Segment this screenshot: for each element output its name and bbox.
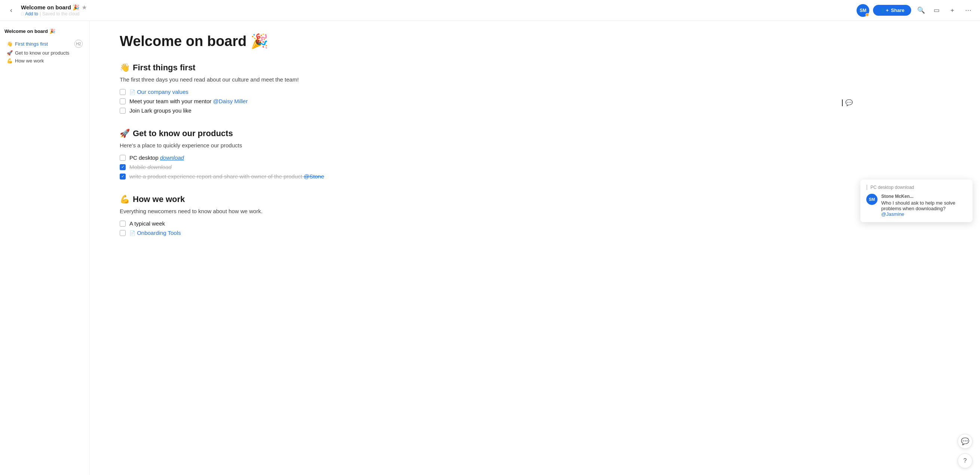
checkbox-2-1[interactable] [120,155,126,161]
checklist-text-1-3: Join Lark groups you like [129,107,191,114]
checklist-text-2-2: Mobile download [129,164,172,170]
comment-text: Who I should ask to help me solve proble… [881,200,955,211]
comment-avatar: SM [866,194,878,205]
checkbox-3-1[interactable] [120,221,126,227]
share-button[interactable]: 👤+ Share [873,5,911,16]
doc-title-area: Welcome on board 🎉 ★ □ Add to | Saved to… [21,4,87,16]
checklist-item: PC desktop download [120,153,382,162]
doc-title-sub: □ Add to | Saved to the cloud [21,11,87,16]
page-title: Welcome on board 🎉 [120,33,382,49]
section-how-we-work: 💪 How we work Everything newcomers need … [120,194,382,237]
section-title-2: Get to know our products [133,129,233,138]
main-content: Welcome on board 🎉 👋 First things first … [90,21,412,475]
star-icon[interactable]: ★ [82,5,87,11]
comment-body: SM Stone McKen... Who I should ask to he… [866,194,967,217]
checklist-2: PC desktop download ✓ Mobile download ✓ … [120,153,382,181]
sidebar-emoji-3: 💪 [7,58,13,64]
section-heading-3: 💪 How we work [120,194,382,204]
comment-popup-header: PC desktop download [866,185,967,190]
section-heading-2: 🚀 Get to know our products [120,129,382,138]
mobile-download-link: download [147,164,171,170]
section-desc-3: Everything newcomers need to know about … [120,208,382,214]
comment-message: Who I should ask to help me solve proble… [881,200,967,217]
mention-stone: @Stone [304,173,324,180]
cursor-bar [842,100,843,106]
topbar-left: ‹ Welcome on board 🎉 ★ □ Add to | Saved … [6,4,87,16]
back-button[interactable]: ‹ [6,5,16,16]
pc-download-link[interactable]: download [160,154,184,161]
checklist-item: ✓ write a product experience report and … [120,172,382,181]
doc-title-main: Welcome on board 🎉 ★ [21,4,87,11]
section-desc-1: The first three days you need read about… [120,76,382,83]
checklist-text-1-1: 📄 Our company values [129,89,189,95]
present-button[interactable]: ▭ [931,5,943,16]
doc-title-text: Welcome on board 🎉 [21,4,80,11]
checklist-text-3-2: 📄 Onboarding Tools [129,230,181,236]
checklist-text-2-1: PC desktop download [129,154,184,161]
right-panel [412,21,531,475]
sidebar-label-2: Get to know our products [15,50,69,56]
comment-popup: PC desktop download SM Stone McKen... Wh… [860,180,972,222]
float-chat-button[interactable]: 💬 [958,434,972,449]
sidebar-item-first-things[interactable]: 👋 First things first H2 [5,38,85,49]
checkbox-2-3[interactable]: ✓ [120,173,126,180]
checkbox-3-2[interactable] [120,230,126,236]
checkbox-1-2[interactable] [120,98,126,104]
avatar-initials: SM [859,8,866,13]
section-desc-2: Here's a place to quickly experience our… [120,142,382,148]
comment-content: Stone McKen... Who I should ask to help … [881,194,967,217]
comment-cursor-indicator: 💬 [842,99,853,106]
topbar: ‹ Welcome on board 🎉 ★ □ Add to | Saved … [0,0,980,21]
checkbox-1-1[interactable] [120,89,126,95]
comment-icon-small: 💬 [845,99,853,106]
checkbox-1-3[interactable] [120,108,126,114]
more-button[interactable]: ⋯ [962,5,974,16]
main-layout: Welcome on board 🎉 👋 First things first … [0,0,980,475]
section-emoji-1: 👋 [120,63,130,73]
doc-icon-2: 📄 [129,230,135,236]
checklist-item: A typical week [120,219,382,228]
sidebar-doc-title: Welcome on board 🎉 [5,29,85,34]
sidebar-emoji-1: 👋 [7,41,13,47]
avatar-status-dot [865,13,869,16]
doc-icon: 📄 [129,89,135,95]
checklist-text-3-1: A typical week [129,220,165,227]
sidebar-label-3: How we work [15,58,44,64]
add-button[interactable]: + [947,5,958,16]
sidebar-label-1: First things first [15,41,48,47]
checklist-item: 📄 Onboarding Tools [120,228,382,237]
sidebar-item-how-we-work[interactable]: 💪 How we work [5,57,85,65]
onboarding-tools-link[interactable]: Onboarding Tools [137,230,181,236]
h2-badge: H2 [75,40,83,48]
sidebar-emoji-2: 🚀 [7,50,13,56]
section-title-3: How we work [133,194,185,204]
avatar: SM [857,4,869,17]
sidebar-item-products[interactable]: 🚀 Get to know our products [5,49,85,57]
add-to-link[interactable]: Add to [25,11,38,16]
section-emoji-2: 🚀 [120,129,130,138]
doc-folder-icon: □ [21,11,24,16]
checklist-1: 📄 Our company values Meet your team with… [120,87,382,115]
sidebar: Welcome on board 🎉 👋 First things first … [0,21,90,475]
checkbox-2-2[interactable]: ✓ [120,164,126,170]
checklist-item: ✓ Mobile download [120,162,382,172]
share-person-icon: 👤+ [880,8,889,13]
section-emoji-3: 💪 [120,194,130,204]
topbar-right: SM 👤+ Share 🔍 ▭ + ⋯ [857,4,974,17]
comment-author: Stone McKen... [881,194,967,199]
checklist-text-1-2: Meet your team with your mentor @Daisy M… [129,98,248,104]
section-products: 🚀 Get to know our products Here's a plac… [120,129,382,181]
search-button[interactable]: 🔍 [915,5,927,16]
checklist-item: 📄 Our company values [120,87,382,97]
section-first-things: 👋 First things first The first three day… [120,63,382,115]
section-heading-1: 👋 First things first [120,63,382,73]
float-help-button[interactable]: ? [958,453,972,468]
company-values-link[interactable]: Our company values [137,89,189,95]
section-title-1: First things first [133,63,195,73]
comment-mention: @Jasmine [881,211,904,217]
mention-daisy: @Daisy Miller [213,98,248,104]
share-label: Share [891,8,904,13]
saved-status: Saved to the cloud [42,11,79,16]
checklist-text-2-3: write a product experience report and sh… [129,173,324,180]
checklist-item: Join Lark groups you like [120,106,382,115]
